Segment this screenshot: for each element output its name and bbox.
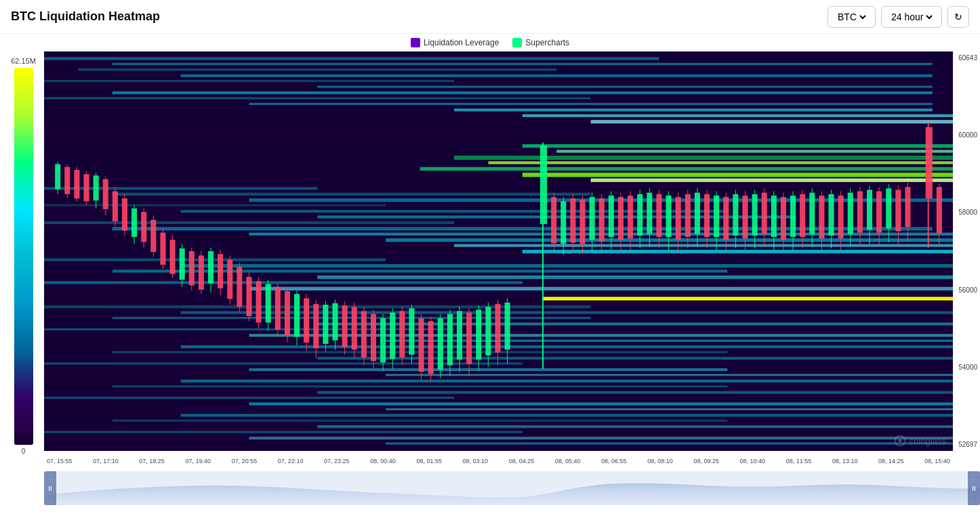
main-chart[interactable]	[44, 51, 953, 451]
svg-rect-189	[647, 193, 652, 234]
svg-rect-20	[556, 150, 953, 152]
svg-rect-56	[249, 368, 727, 371]
x-label-17: 08, 13:10	[832, 458, 858, 464]
svg-rect-241	[895, 190, 901, 231]
svg-rect-73	[64, 167, 70, 194]
gradient-bar	[14, 68, 33, 445]
svg-rect-165	[505, 303, 510, 350]
svg-rect-57	[386, 374, 953, 376]
minimap[interactable]: ⏸ ⏸	[44, 471, 980, 505]
svg-rect-159	[476, 309, 481, 360]
svg-rect-38	[44, 259, 386, 261]
handle-left-icon: ⏸	[47, 485, 54, 492]
svg-rect-121	[294, 294, 300, 337]
svg-rect-17	[523, 114, 953, 117]
svg-rect-18	[591, 120, 953, 123]
svg-rect-22	[488, 161, 953, 164]
svg-rect-169	[551, 197, 556, 243]
svg-rect-27	[113, 193, 591, 196]
colorscale-min: 0	[22, 448, 26, 455]
x-label-19: 08, 15:40	[924, 458, 950, 464]
svg-rect-52	[181, 345, 953, 348]
svg-rect-171	[560, 201, 566, 244]
svg-rect-77	[83, 174, 89, 201]
svg-rect-197	[685, 194, 691, 237]
svg-rect-11	[44, 80, 454, 82]
svg-rect-101	[199, 255, 204, 290]
svg-rect-24	[523, 173, 953, 177]
svg-rect-79	[94, 175, 99, 200]
coin-selector[interactable]: BTC ETH SOL BNB	[828, 6, 876, 28]
svg-rect-13	[113, 91, 933, 94]
svg-rect-37	[523, 250, 953, 253]
svg-rect-69	[386, 442, 953, 444]
svg-rect-14	[44, 97, 591, 99]
svg-rect-30	[181, 210, 728, 213]
svg-rect-103	[208, 251, 213, 283]
y-label-60643: 60643	[953, 54, 980, 62]
controls-bar: BTC ETH SOL BNB 12 hour 24 hour 3 days 7…	[828, 6, 969, 28]
svg-rect-127	[323, 305, 328, 344]
svg-rect-12	[317, 86, 932, 88]
svg-rect-63	[386, 408, 953, 410]
svg-rect-97	[180, 248, 185, 280]
svg-rect-83	[113, 192, 118, 221]
svg-rect-111	[246, 277, 251, 316]
x-label-4: 07, 20:55	[232, 458, 258, 464]
x-label-0: 07, 15:55	[47, 458, 73, 464]
svg-rect-125	[313, 304, 319, 348]
color-scale: 62.15M 0	[0, 51, 44, 471]
svg-rect-201	[704, 194, 710, 237]
svg-rect-143	[399, 311, 405, 358]
svg-rect-105	[218, 254, 223, 288]
x-label-3: 07, 19:40	[186, 458, 211, 464]
svg-rect-44	[543, 297, 953, 300]
svg-rect-23	[420, 167, 953, 171]
svg-rect-221	[800, 194, 805, 237]
x-label-10: 08, 04:25	[509, 458, 535, 464]
svg-rect-113	[256, 281, 262, 322]
svg-rect-36	[454, 244, 953, 246]
svg-rect-199	[695, 193, 700, 234]
svg-rect-219	[790, 196, 796, 237]
svg-rect-155	[457, 311, 462, 360]
y-axis: 60643 60000 58000 56000 54000 52697	[953, 51, 980, 451]
svg-rect-25	[591, 179, 953, 182]
svg-rect-177	[590, 197, 595, 240]
coin-select-input[interactable]: BTC ETH SOL BNB	[835, 11, 868, 23]
svg-rect-173	[570, 198, 575, 242]
chart-svg	[44, 51, 953, 451]
svg-rect-191	[656, 194, 661, 237]
x-label-15: 08, 10:40	[740, 458, 766, 464]
svg-rect-40	[113, 269, 727, 272]
legend-liquidation-label: Liquidation Leverage	[424, 38, 499, 47]
svg-rect-42	[44, 281, 523, 284]
y-label-58000: 58000	[953, 209, 980, 216]
x-label-16: 08, 11:55	[786, 458, 812, 464]
x-label-2: 07, 18:25	[139, 458, 165, 464]
svg-rect-119	[285, 291, 290, 335]
refresh-button[interactable]: ↻	[947, 6, 969, 28]
minimap-handle-right[interactable]: ⏸	[968, 471, 980, 505]
chart-area: 62.15M 0	[0, 51, 980, 471]
svg-rect-9	[78, 68, 556, 70]
y-label-60000: 60000	[953, 131, 980, 139]
svg-rect-223	[809, 193, 815, 234]
svg-rect-117	[275, 287, 281, 330]
minimap-handle-left[interactable]: ⏸	[44, 471, 56, 505]
time-select-input[interactable]: 12 hour 24 hour 3 days 7 days	[889, 11, 935, 23]
watermark-text: coinglass	[910, 436, 946, 446]
svg-rect-145	[409, 308, 414, 354]
x-label-18: 08, 14:25	[878, 458, 904, 464]
svg-rect-60	[317, 391, 953, 394]
svg-rect-41	[317, 276, 953, 279]
svg-rect-21	[454, 156, 953, 160]
time-selector[interactable]: 12 hour 24 hour 3 days 7 days	[881, 6, 942, 28]
handle-right-icon: ⏸	[971, 485, 977, 492]
page-title: BTC Liquidation Heatmap	[11, 9, 160, 24]
svg-rect-149	[428, 321, 434, 374]
x-axis: 07, 15:55 07, 17:10 07, 18:25 07, 19:40 …	[44, 451, 953, 471]
svg-rect-95	[170, 240, 176, 274]
svg-rect-185	[628, 196, 633, 238]
legend-supercharts-label: Supercharts	[525, 38, 569, 47]
